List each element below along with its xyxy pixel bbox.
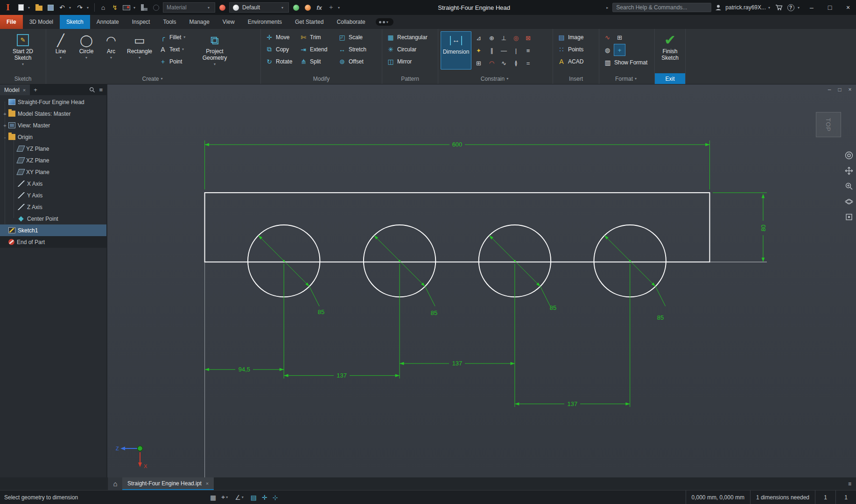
parameters-button[interactable]: fx <box>315 2 324 13</box>
point-snap-icon[interactable]: ⌖▾ <box>221 493 230 501</box>
browser-menu-icon[interactable]: ≡ <box>99 86 103 93</box>
perpendicular-constraint-button[interactable]: ⊥ <box>498 32 510 44</box>
tree-item-origin[interactable]: - Origin <box>0 131 106 143</box>
center-point-format-button[interactable]: + <box>614 44 625 56</box>
auto-dimension-button[interactable]: ⊿ <box>473 32 484 44</box>
render-button[interactable]: ↯ <box>110 2 119 13</box>
tree-item-y-axis[interactable]: Y Axis <box>0 189 106 201</box>
split-tool-button[interactable]: ⋔ Split <box>297 56 335 67</box>
add-browser-tab-button[interactable]: + <box>31 86 40 93</box>
circle-tool-button[interactable]: ◯ Circle ▾ <box>74 31 98 60</box>
home-tab-button[interactable]: ⌂ <box>108 477 122 490</box>
vertical-constraint-button[interactable]: | <box>510 44 522 56</box>
horizontal-constraint-button[interactable]: ― <box>498 44 510 56</box>
sketch-draw-area[interactable]: 600 80 94,5 137 137 137 85 85 85 85 <box>107 84 856 477</box>
concentric-constraint-button[interactable]: ◎ <box>510 32 522 44</box>
tree-item-yz-plane[interactable]: YZ Plane <box>0 143 106 154</box>
dimension-spacing-3[interactable]: 137 <box>567 400 577 407</box>
point-tool-button[interactable]: + Point <box>157 56 198 67</box>
rectangular-pattern-button[interactable]: ▦ Rectangular <box>385 31 434 43</box>
customize-toolbar-button[interactable]: ＋ <box>326 2 336 13</box>
new-file-button[interactable] <box>16 2 26 13</box>
extend-tool-button[interactable]: ⇥ Extend <box>297 43 335 55</box>
full-navigation-wheel-icon[interactable] <box>843 150 855 161</box>
project-geometry-button[interactable]: ⧉ Project Geometry ▾ <box>199 31 230 66</box>
line-caret-icon[interactable]: ▾ <box>59 56 63 60</box>
construction-format-button[interactable]: ∿ <box>602 31 613 43</box>
appearance-override-button[interactable] <box>151 2 161 13</box>
rectangle-tool-button[interactable]: ▭ Rectangle ▾ <box>124 31 155 60</box>
tab-list-menu-icon[interactable]: ≡ <box>848 481 851 487</box>
parallel-constraint-button[interactable]: ∥ <box>486 44 498 56</box>
collinear-constraint-button[interactable]: ≡ <box>522 44 534 56</box>
undo-caret-icon[interactable]: ▾ <box>69 6 73 10</box>
coincident-constraint-button[interactable]: ⊕ <box>486 32 498 44</box>
component-visibility-button[interactable] <box>140 2 149 13</box>
centerline-format-button[interactable]: ⊞ <box>614 31 625 43</box>
rectangle-caret-icon[interactable]: ▾ <box>138 56 141 60</box>
home-view-button[interactable]: ⌂ <box>98 2 108 13</box>
import-points-button[interactable]: ∷ Points <box>555 43 596 55</box>
tree-item-sketch1[interactable]: Sketch1 <box>0 224 106 236</box>
tab-get-started[interactable]: Get Started <box>288 15 330 29</box>
panel-label-constrain[interactable]: Constrain ▾ <box>438 73 553 84</box>
help-caret-icon[interactable]: ▾ <box>798 6 801 10</box>
tab-tools[interactable]: Tools <box>156 15 182 29</box>
help-search-input[interactable] <box>612 3 711 12</box>
capture-caret-icon[interactable]: ▾ <box>133 6 137 10</box>
document-restore-button[interactable]: □ <box>835 86 845 93</box>
dimension-annotations[interactable] <box>205 140 767 407</box>
redo-button[interactable]: ↷ <box>75 2 84 13</box>
new-file-caret-icon[interactable]: ▾ <box>28 6 32 10</box>
window-close-button[interactable]: × <box>840 0 856 15</box>
user-caret-icon[interactable]: ▾ <box>768 6 772 10</box>
toolbar-options-caret-icon[interactable]: ▾ <box>338 6 342 10</box>
document-tab-active[interactable]: Straight-Four Engine Head.ipt × <box>122 477 214 490</box>
cloud-status-icon[interactable]: ▾ <box>376 18 393 26</box>
browser-search-icon[interactable] <box>89 87 95 93</box>
start-sketch-caret-icon[interactable]: ▾ <box>21 62 25 66</box>
precise-input-icon[interactable]: ⊹ <box>273 494 278 501</box>
tree-item-end-of-part[interactable]: End of Part <box>0 236 106 248</box>
screen-capture-button[interactable] <box>122 2 131 13</box>
dimension-bore-3[interactable]: 85 <box>550 304 556 311</box>
lock-constraint-button[interactable]: ⊠ <box>522 32 534 44</box>
show-constraints-button[interactable]: ✦ <box>473 44 484 56</box>
project-geometry-caret-icon[interactable]: ▾ <box>213 62 217 66</box>
tree-item-view-master[interactable]: + View: Master <box>0 119 106 131</box>
user-name-label[interactable]: patrick.ray69X... <box>725 4 766 11</box>
insert-acad-button[interactable]: A ACAD <box>555 56 596 67</box>
dimension-tool-button[interactable]: ↔ Dimension <box>441 31 471 70</box>
fillet-tool-button[interactable]: ╭ Fillet ▾ <box>157 31 198 43</box>
panel-label-create[interactable]: Create ▾ <box>46 73 260 84</box>
text-tool-button[interactable]: A Text ▾ <box>157 43 198 55</box>
expander-icon[interactable]: - <box>2 134 8 140</box>
show-format-button[interactable]: ▥ Show Format <box>602 56 649 68</box>
smooth-constraint-button[interactable]: ∿ <box>498 57 510 69</box>
open-file-button[interactable] <box>34 2 43 13</box>
dimension-bore-1[interactable]: 85 <box>318 308 324 315</box>
copy-tool-button[interactable]: ⧉ Copy <box>263 43 296 55</box>
tab-3d-model[interactable]: 3D Model <box>23 15 60 29</box>
mirror-tool-button[interactable]: ◫ Mirror <box>385 56 434 67</box>
finish-sketch-button[interactable]: ✔ Finish Sketch <box>657 31 683 62</box>
start-2d-sketch-button[interactable]: ✎ Start 2D Sketch ▾ <box>6 31 40 66</box>
tangent-constraint-button[interactable]: ◠ <box>486 57 498 69</box>
dimension-bore-4[interactable]: 85 <box>657 314 664 321</box>
line-tool-button[interactable]: ╱ Line ▾ <box>49 31 73 60</box>
tab-environments[interactable]: Environments <box>241 15 288 29</box>
equal-constraint-button[interactable]: = <box>522 57 534 69</box>
window-maximize-button[interactable]: □ <box>822 0 838 15</box>
zoom-tool-icon[interactable] <box>843 181 855 192</box>
document-close-button[interactable]: × <box>845 86 855 93</box>
dimension-spacing-2[interactable]: 137 <box>452 360 463 367</box>
pan-tool-icon[interactable] <box>843 165 855 176</box>
clear-appearance-button[interactable] <box>303 2 312 13</box>
circular-pattern-button[interactable]: ✳ Circular <box>385 43 434 55</box>
app-store-button[interactable] <box>774 2 784 13</box>
sketch-rectangle[interactable] <box>205 193 710 262</box>
tree-item-model-states[interactable]: + Model States: Master <box>0 108 106 119</box>
tab-collaborate[interactable]: Collaborate <box>330 15 372 29</box>
tab-file[interactable]: File <box>0 15 23 29</box>
scale-tool-button[interactable]: ◰ Scale <box>336 31 372 43</box>
